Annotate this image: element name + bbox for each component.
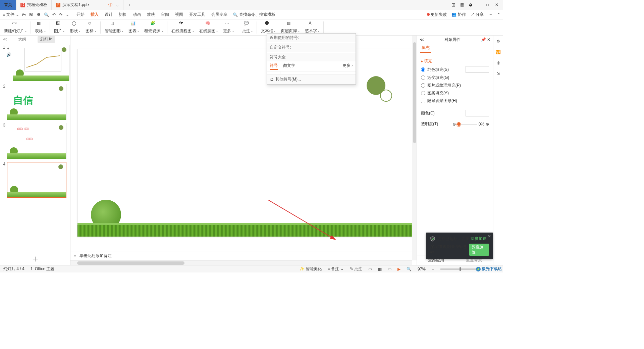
tab-outline[interactable]: 大纲 <box>15 36 29 43</box>
tab-design[interactable]: 设计 <box>105 12 113 17</box>
subtab-symbol[interactable]: 符号 <box>270 63 278 70</box>
tab-transition[interactable]: 切换 <box>119 12 127 17</box>
zoom-slider[interactable] <box>440 268 480 270</box>
subtab-more[interactable]: 更多 › <box>342 63 353 70</box>
coop-button[interactable]: 👥 协作 <box>451 12 466 17</box>
share-button[interactable]: ↗ 分享 <box>471 12 484 17</box>
zoom-value[interactable]: 97% <box>418 267 426 271</box>
tab-animation[interactable]: 动画 <box>133 12 141 17</box>
color-select[interactable] <box>466 110 489 116</box>
ribbon-onlineflow[interactable]: 🗺在线流程图 ▾ <box>169 20 196 35</box>
vertical-scrollbar[interactable] <box>412 36 417 260</box>
zoom-dec[interactable]: − <box>432 267 434 271</box>
apps-icon[interactable]: ▦ <box>460 2 466 8</box>
add-tab-button[interactable]: ＋ <box>123 0 136 10</box>
close-icon[interactable]: ✕ <box>495 2 500 8</box>
close-icon[interactable]: ✕ <box>487 37 490 42</box>
tab-vip[interactable]: 会员专享 <box>211 12 227 17</box>
minimize-icon[interactable]: — <box>478 2 483 8</box>
preview-icon[interactable]: 🔍 <box>44 12 49 17</box>
notes-pane[interactable]: ≡ 单击此处添加备注 <box>70 251 412 260</box>
tab-slides[interactable]: 幻灯片 <box>38 36 55 43</box>
thumb-row-3[interactable]: 3 {▯▯▯} {▯▯▯} {▯▯▯▯} <box>1 123 69 159</box>
inc-icon[interactable]: ⊕ <box>486 122 489 127</box>
slide-thumb-4[interactable] <box>7 162 66 198</box>
open-icon[interactable]: 🗁 <box>22 12 26 17</box>
add-slide-button[interactable]: ＋ <box>0 252 70 265</box>
pin-icon[interactable]: 📌 <box>481 37 486 42</box>
tab-fill[interactable]: 填充 <box>420 44 431 53</box>
check-hide-bg[interactable] <box>421 99 425 103</box>
play-icon[interactable]: ▶ <box>397 267 400 271</box>
radio-gradient[interactable] <box>421 76 425 80</box>
dec-icon[interactable]: ⊖ <box>452 122 456 127</box>
collapse-panel-icon[interactable]: ≪ <box>3 37 7 42</box>
tab-start[interactable]: 开始 <box>76 12 85 17</box>
panel-menu-icon[interactable]: ≪ <box>420 37 424 42</box>
dropdown-icon[interactable]: ⌄ <box>116 3 119 7</box>
ribbon-shape[interactable]: ◯形状 ▾ <box>68 20 82 35</box>
beautify-button[interactable]: ✨ 智能美化 <box>300 266 322 272</box>
ribbon-pic[interactable]: 🖼图片 ▾ <box>52 20 66 35</box>
ribbon-icon[interactable]: ☺图标 ▾ <box>84 20 98 35</box>
horizontal-scrollbar[interactable] <box>70 260 412 265</box>
view-normal-icon[interactable]: ▭ <box>368 267 372 271</box>
maximize-icon[interactable]: □ <box>486 2 492 8</box>
more-qat-icon[interactable]: ⌄ <box>66 12 69 17</box>
search-box[interactable]: 🔍 查找命令、搜索模板 <box>233 12 424 17</box>
save-icon[interactable]: 🖫 <box>29 12 33 17</box>
comments-button[interactable]: ✎ 批注 <box>350 266 362 272</box>
tab-templates[interactable]: D 找稻壳模板 <box>16 0 52 10</box>
avatar-icon[interactable]: ◕ <box>469 2 474 8</box>
subtab-emoji[interactable]: 颜文字 <box>283 63 295 70</box>
fill-preset-select[interactable] <box>466 66 489 73</box>
tab-dev[interactable]: 开发工具 <box>189 12 205 17</box>
target-icon[interactable]: ◎ <box>497 60 500 65</box>
tab-review[interactable]: 审阅 <box>161 12 169 17</box>
layout-icon[interactable]: ◫ <box>451 2 457 8</box>
toast-action-button[interactable]: 深度加速 <box>469 244 489 256</box>
notes-button[interactable]: ≡ 备注 ⌄ <box>328 266 344 272</box>
shape-circle-outline[interactable] <box>380 90 392 102</box>
ribbon-mindmap[interactable]: 🧠在线脑图 ▾ <box>197 20 220 35</box>
ribbon-hf[interactable]: ▤页眉页脚 ▾ <box>279 20 301 35</box>
ribbon-more[interactable]: ⋯更多 ▾ <box>221 20 235 35</box>
ribbon-wordart[interactable]: A艺术字 ▾ <box>303 20 321 35</box>
adjust-icon[interactable]: ⚙ <box>496 39 500 44</box>
ribbon-dkres[interactable]: 🧩稻壳资源 ▾ <box>142 20 165 35</box>
ribbon-newslide[interactable]: ▭+新建幻灯片 ▾ <box>2 20 29 35</box>
tab-insert[interactable]: 插入 <box>91 12 99 17</box>
collapse-ribbon-icon[interactable]: ⌃ <box>497 12 500 17</box>
radio-picture[interactable] <box>421 83 425 88</box>
tab-slideshow[interactable]: 放映 <box>147 12 155 17</box>
more-icon[interactable]: ⋯ <box>488 12 492 17</box>
zoom-out-icon[interactable]: 🔍 <box>407 267 412 271</box>
slide-thumb-2[interactable]: 自信 <box>7 84 66 120</box>
ribbon-comment[interactable]: 💬批注 ▾ <box>240 20 255 35</box>
slide-thumb-3[interactable]: {▯▯▯} {▯▯▯} {▯▯▯▯} <box>7 123 66 159</box>
slide-canvas[interactable] <box>77 49 413 237</box>
slide-thumb-1[interactable] <box>13 45 69 81</box>
view-reading-icon[interactable]: ▭ <box>388 267 391 271</box>
radio-solid[interactable] <box>421 67 425 72</box>
ribbon-table[interactable]: ▦表格 ▾ <box>33 20 47 35</box>
tab-home[interactable]: 首页 <box>0 0 16 10</box>
ribbon-smart[interactable]: ◫智能图形 ▾ <box>103 20 125 35</box>
more-symbols-button[interactable]: Ω 其他符号(M)... <box>267 74 356 84</box>
toast-close-icon[interactable]: ✕ <box>488 234 491 239</box>
thumb-row-1[interactable]: 1 ✶🔊 <box>1 45 69 81</box>
file-menu[interactable]: ≡ 文件 ⌄ <box>3 12 19 17</box>
undo-icon[interactable]: ↶ <box>52 12 56 17</box>
redo-icon[interactable]: ↷ <box>59 12 62 17</box>
update-failed[interactable]: 更新失败 <box>427 12 447 17</box>
notes-toggle-icon[interactable]: ≡ <box>74 254 76 258</box>
thumb-row-2[interactable]: 2 自信 <box>1 84 69 120</box>
tab-view[interactable]: 视图 <box>175 12 183 17</box>
transparency-slider[interactable] <box>457 122 477 127</box>
thumb-row-4[interactable]: 4 <box>1 162 69 198</box>
export-icon[interactable]: ⇲ <box>497 71 500 76</box>
ribbon-textbox[interactable]: 🅣文本框 ▾ <box>259 20 277 35</box>
tab-document[interactable]: P 演示文稿1.pptx ⓘ ⌄ <box>52 0 123 10</box>
print-icon[interactable]: 🖶 <box>37 12 41 17</box>
radio-pattern[interactable] <box>421 91 425 95</box>
